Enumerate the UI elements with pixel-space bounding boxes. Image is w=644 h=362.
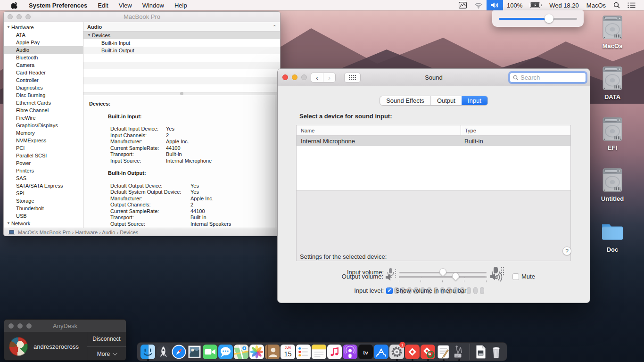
sidebar-item-parallel-scsi[interactable]: Parallel SCSI	[4, 152, 83, 159]
dock-anydesk-session-icon[interactable]	[421, 342, 435, 361]
disconnect-button[interactable]: Disconnect	[87, 332, 126, 347]
dock-podcasts-icon[interactable]	[343, 342, 357, 361]
sidebar-item-ethernet-cards[interactable]: Ethernet Cards	[4, 99, 83, 107]
sidebar-item-firewire[interactable]: FireWire	[4, 114, 83, 122]
spotlight-menu-extra[interactable]	[610, 0, 624, 10]
dock-safari-icon[interactable]	[172, 342, 186, 361]
sysinfo-device-tree[interactable]: ▼DevicesBuilt-in InputBuilt-in Output	[83, 32, 280, 92]
back-button[interactable]: ‹	[311, 73, 323, 82]
sidebar-item-graphics-displays[interactable]: Graphics/Displays	[4, 122, 83, 129]
menu-bar-clock[interactable]: Wed 18.20	[545, 2, 583, 9]
apple-menu[interactable]	[6, 1, 24, 9]
tab-sound-effects[interactable]: Sound Effects	[380, 96, 430, 105]
desktop-icon-macos[interactable]: MacOs	[591, 14, 634, 49]
mute-checkbox[interactable]	[512, 273, 519, 280]
dock-photos-icon[interactable]	[249, 342, 264, 361]
search-input[interactable]: Search	[510, 73, 586, 82]
volume-slider-popover[interactable]	[492, 10, 584, 27]
dock-mail-icon[interactable]	[187, 342, 202, 361]
forward-button[interactable]: ›	[323, 73, 335, 82]
tab-output[interactable]: Output	[430, 96, 462, 105]
dock-music-icon[interactable]	[327, 342, 342, 361]
show-volume-checkbox[interactable]: ✓	[386, 288, 393, 294]
output-volume-slider[interactable]	[399, 270, 486, 284]
sound-preferences-window[interactable]: Sound ‹ › Search	[277, 68, 590, 303]
help-button[interactable]: ?	[562, 247, 571, 255]
mute-control[interactable]: Mute	[512, 273, 535, 280]
dock-textedit-icon[interactable]	[436, 342, 451, 361]
show-volume-control[interactable]: ✓ Show volume in menu bar	[386, 287, 466, 294]
dock-facetime-icon[interactable]	[203, 342, 217, 361]
tree-row-built-in-output[interactable]: Built-in Output	[83, 47, 280, 54]
volume-popover-knob[interactable]	[545, 14, 553, 23]
more-button[interactable]: More	[87, 347, 126, 361]
tree-row-built-in-input[interactable]: Built-in Input	[83, 39, 280, 47]
desktop-icon-untitled[interactable]: Untitled	[591, 167, 634, 202]
column-type[interactable]: Type	[461, 125, 570, 135]
sidebar-item-spi[interactable]: SPI	[4, 189, 83, 197]
desktop-icon-data[interactable]: DATA	[591, 65, 634, 100]
app-menu-title[interactable]: System Preferences	[24, 2, 92, 9]
sysinfo-sidebar[interactable]: ▼HardwareATAApple PayAudioBluetoothCamer…	[4, 22, 83, 228]
sidebar-item-card-reader[interactable]: Card Reader	[4, 69, 83, 76]
sidebar-item-camera[interactable]: Camera	[4, 61, 83, 69]
menu-view[interactable]: View	[114, 2, 137, 9]
dock-contacts-icon[interactable]	[265, 342, 280, 361]
anydesk-window[interactable]: AnyDesk andreszerocross Disconnect More	[4, 319, 126, 361]
sidebar-item-usb[interactable]: USB	[4, 212, 83, 220]
volume-popover-slider[interactable]	[499, 18, 577, 20]
sidebar-item-nvmexpress[interactable]: NVMExpress	[4, 137, 83, 144]
show-all-button[interactable]	[344, 73, 361, 82]
dock-messages-icon[interactable]	[218, 342, 233, 361]
anydesk-titlebar[interactable]: AnyDesk	[4, 320, 126, 332]
sidebar-item-ata[interactable]: ATA	[4, 31, 83, 39]
system-information-window[interactable]: MacBook Pro ▼HardwareATAApple PayAudioBl…	[3, 11, 281, 236]
sidebar-item-thunderbolt[interactable]: Thunderbolt	[4, 205, 83, 212]
sysinfo-pane-header[interactable]: Audio ⌃	[83, 22, 280, 32]
sidebar-item-apple-pay[interactable]: Apple Pay	[4, 39, 83, 46]
output-volume-knob[interactable]	[452, 272, 459, 282]
sidebar-item-printers[interactable]: Printers	[4, 167, 83, 174]
sidebar-item-storage[interactable]: Storage	[4, 197, 83, 205]
sound-titlebar[interactable]: Sound ‹ › Search	[278, 69, 590, 86]
sidebar-item-audio[interactable]: Audio	[4, 46, 83, 54]
desktop-icon-efi[interactable]: EFI	[591, 116, 634, 151]
wifi-menu-extra[interactable]	[471, 0, 487, 10]
dock-notes-icon[interactable]	[312, 342, 326, 361]
tree-group-devices[interactable]: ▼Devices	[83, 32, 280, 39]
dock-disk-utility-icon[interactable]	[452, 342, 466, 361]
dock-launchpad-icon[interactable]	[156, 342, 171, 361]
sidebar-item-sas[interactable]: SAS	[4, 174, 83, 182]
column-name[interactable]: Name	[297, 128, 461, 133]
dock-app-store-icon[interactable]	[374, 342, 388, 361]
desktop-icon-doc[interactable]: Doc	[591, 218, 634, 253]
activity-monitor-menu-extra[interactable]	[455, 0, 471, 10]
sidebar-item-controller[interactable]: Controller	[4, 76, 83, 84]
dock-trash-icon[interactable]	[489, 342, 504, 361]
sidebar-item-sata-sata-express[interactable]: SATA/SATA Express	[4, 182, 83, 189]
menu-window[interactable]: Window	[137, 2, 169, 9]
sidebar-item-power[interactable]: Power	[4, 159, 83, 167]
tab-input[interactable]: Input	[462, 96, 487, 105]
collapse-chevron-icon[interactable]: ⌃	[272, 25, 276, 29]
menu-help[interactable]: Help	[169, 2, 192, 9]
dock-apple-tv-icon[interactable]: tv	[358, 342, 373, 361]
dock-document-icon[interactable]	[473, 342, 488, 361]
dock-anydesk-icon[interactable]	[405, 342, 420, 361]
dock-reminders-icon[interactable]	[296, 342, 311, 361]
dock-maps-icon[interactable]	[234, 342, 248, 361]
sidebar-section-hardware[interactable]: ▼Hardware	[4, 24, 83, 31]
sidebar-item-disc-burning[interactable]: Disc Burning	[4, 91, 83, 99]
device-row-internal-microphone[interactable]: Internal Microphone Built-in	[297, 136, 570, 146]
sidebar-item-bluetooth[interactable]: Bluetooth	[4, 54, 83, 61]
sidebar-item-memory[interactable]: Memory	[4, 129, 83, 137]
sidebar-item-fibre-channel[interactable]: Fibre Channel	[4, 107, 83, 114]
menu-edit[interactable]: Edit	[92, 2, 113, 9]
splitter-handle[interactable]	[180, 92, 183, 95]
fast-user-switching-menu[interactable]: MacOs	[583, 2, 610, 9]
sidebar-section-network[interactable]: ▼Network	[4, 220, 83, 227]
battery-menu-extra[interactable]	[526, 0, 545, 10]
sidebar-item-diagnostics[interactable]: Diagnostics	[4, 84, 83, 91]
sidebar-item-pci[interactable]: PCI	[4, 144, 83, 152]
volume-menu-extra[interactable]	[487, 0, 503, 10]
